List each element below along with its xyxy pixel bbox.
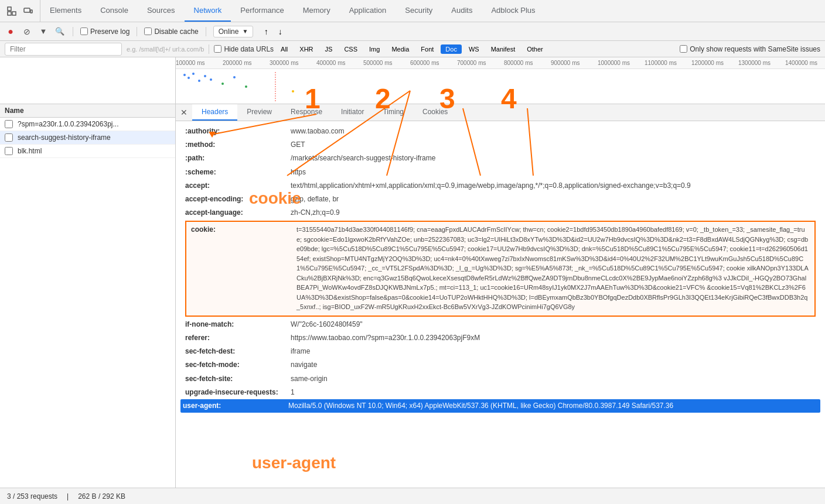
timeline-container: 100000 ms 200000 ms 300000 ms 400000 ms … — [0, 57, 825, 104]
search-icon[interactable]: 🔍 — [54, 26, 66, 37]
file-item-2[interactable]: blk.html — [0, 145, 175, 158]
header-scheme: :scheme: https — [185, 167, 816, 178]
cookie-section: cookie: t=31555440a71b4d3ae330f044081146… — [185, 221, 816, 317]
tab-timing[interactable]: Timing — [373, 104, 413, 121]
svg-point-13 — [245, 85, 247, 88]
disable-cache-checkbox[interactable] — [144, 28, 152, 35]
details-tabs: ✕ Headers Preview Response Initiator Tim… — [176, 104, 825, 121]
network-toolbar: ● ⊘ ▼ 🔍 Preserve log Disable cache Onlin… — [0, 22, 825, 41]
filter-all[interactable]: All — [276, 44, 292, 54]
main-content: Name ?spm=a230r.1.0.0.23942063pj... sear… — [0, 104, 825, 488]
filter-doc[interactable]: Doc — [441, 44, 462, 54]
header-sec-fetch-mode: sec-fetch-mode: navigate — [185, 359, 816, 371]
tab-memory[interactable]: Memory — [294, 0, 340, 22]
tab-performance[interactable]: Performance — [231, 0, 293, 22]
header-user-agent: user-agent: Mozilla/5.0 (Windows NT 10.0… — [180, 399, 820, 413]
file-item-0[interactable]: ?spm=a230r.1.0.0.23942063pj... — [0, 118, 175, 131]
ruler-mark-2: 300000 ms — [270, 60, 298, 66]
tab-adblock-plus[interactable]: Adblock Plus — [482, 0, 544, 22]
stop-button[interactable]: ⊘ — [21, 26, 33, 37]
separator-2 — [137, 27, 137, 36]
filter-manifest[interactable]: Manifest — [486, 44, 520, 54]
hide-data-urls-label[interactable]: Hide data URLs — [214, 45, 274, 53]
tab-network[interactable]: Network — [185, 0, 231, 22]
header-if-none-match: if-none-match: W/"2c6c-1602480f459" — [185, 319, 816, 330]
ruler-mark-4: 500000 ms — [363, 60, 392, 66]
ruler-mark-9: 1000000 ms — [598, 60, 630, 66]
svg-point-11 — [221, 83, 224, 85]
svg-point-10 — [210, 78, 212, 81]
tab-response[interactable]: Response — [281, 104, 332, 121]
svg-point-9 — [204, 75, 206, 77]
svg-rect-1 — [12, 12, 16, 15]
filter-input[interactable] — [5, 43, 122, 56]
header-cookie: cookie: t=31555440a71b4d3ae330f044081146… — [191, 224, 810, 312]
filter-bar: e.g. /small[\d]+/ url:a.com/b Hide data … — [0, 41, 825, 57]
tab-console[interactable]: Console — [91, 0, 138, 22]
ruler-mark-5: 600000 ms — [410, 60, 439, 66]
filter-ws[interactable]: WS — [464, 44, 484, 54]
details-panel: ✕ Headers Preview Response Initiator Tim… — [176, 104, 825, 488]
tab-security[interactable]: Security — [396, 0, 442, 22]
file-checkbox-0[interactable] — [5, 120, 13, 128]
filter-other[interactable]: Other — [522, 44, 548, 54]
file-list: Name ?spm=a230r.1.0.0.23942063pj... sear… — [0, 104, 176, 488]
ruler-mark-7: 800000 ms — [504, 60, 533, 66]
svg-point-12 — [233, 76, 236, 78]
file-checkbox-2[interactable] — [5, 147, 13, 155]
ruler-mark-13: 1400000 ms — [785, 60, 817, 66]
header-upgrade-insecure: upgrade-insecure-requests: 1 — [185, 387, 816, 398]
timeline-ruler: 100000 ms 200000 ms 300000 ms 400000 ms … — [176, 57, 825, 69]
hide-data-urls-checkbox[interactable] — [214, 45, 221, 53]
record-button[interactable]: ● — [5, 26, 16, 37]
tab-elements[interactable]: Elements — [40, 0, 91, 22]
tab-cookies[interactable]: Cookies — [413, 104, 457, 121]
svg-point-5 — [183, 74, 186, 76]
svg-point-8 — [198, 80, 200, 82]
throttling-select[interactable]: Online ▼ — [213, 26, 254, 37]
preserve-log-checkbox[interactable] — [80, 28, 88, 35]
disable-cache-label[interactable]: Disable cache — [144, 28, 198, 36]
separator-1 — [73, 27, 73, 36]
tab-preview[interactable]: Preview — [237, 104, 281, 121]
only-samesite-checkbox[interactable] — [680, 45, 687, 53]
filter-tooltip-text: e.g. /small[\d]+/ url:a.com/b — [127, 46, 204, 53]
tab-audits[interactable]: Audits — [442, 0, 482, 22]
filter-font[interactable]: Font — [416, 44, 438, 54]
timeline-right: 100000 ms 200000 ms 300000 ms 400000 ms … — [176, 57, 825, 104]
details-close-btn[interactable]: ✕ — [176, 104, 192, 121]
filter-media[interactable]: Media — [387, 44, 414, 54]
tab-application[interactable]: Application — [340, 0, 396, 22]
header-accept-encoding: accept-encoding: gzip, deflate, br — [185, 194, 816, 205]
tab-headers[interactable]: Headers — [192, 104, 237, 121]
header-method: :method: GET — [185, 139, 816, 150]
svg-rect-2 — [8, 12, 11, 15]
import-button[interactable]: ↑ — [260, 26, 272, 37]
only-samesite-filter: Only show requests with SameSite issues — [680, 45, 820, 53]
header-referer: referer: https://www.taobao.com/?spm=a23… — [185, 332, 816, 344]
filter-js[interactable]: JS — [321, 44, 338, 54]
chevron-down-icon: ▼ — [242, 28, 248, 35]
responsive-icon[interactable] — [21, 4, 35, 18]
ruler-mark-0: 100000 ms — [176, 60, 204, 66]
filter-icon[interactable]: ▼ — [38, 26, 49, 37]
preserve-log-label[interactable]: Preserve log — [80, 28, 129, 36]
filter-img[interactable]: Img — [364, 44, 384, 54]
export-button[interactable]: ↓ — [274, 26, 286, 37]
filter-xhr[interactable]: XHR — [295, 44, 318, 54]
svg-rect-3 — [24, 8, 30, 12]
headers-content: :authority: www.taobao.com :method: GET … — [176, 121, 825, 488]
file-checkbox-1[interactable] — [5, 133, 13, 142]
file-item-1[interactable]: search-suggest-history-iframe — [0, 131, 175, 145]
ruler-mark-1: 200000 ms — [223, 60, 251, 66]
import-export-buttons: ↑ ↓ — [260, 26, 286, 37]
tab-initiator[interactable]: Initiator — [332, 104, 373, 121]
separator-filter — [209, 44, 209, 54]
ruler-mark-10: 1100000 ms — [645, 60, 677, 66]
filter-css[interactable]: CSS — [339, 44, 362, 54]
ruler-mark-11: 1200000 ms — [691, 60, 724, 66]
tab-sources[interactable]: Sources — [138, 0, 185, 22]
devtools-icons — [0, 0, 40, 22]
inspect-icon[interactable] — [5, 4, 19, 18]
svg-rect-4 — [30, 10, 32, 13]
